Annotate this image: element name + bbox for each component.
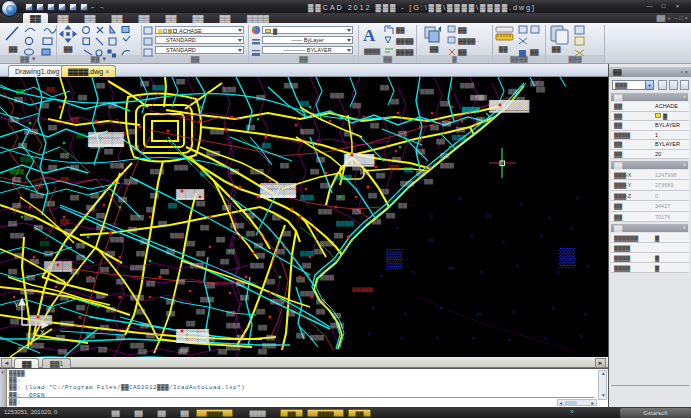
svg-text:▓▓: ▓▓ <box>286 310 295 317</box>
svg-text:▓▓▓: ▓▓▓ <box>30 342 44 349</box>
svg-text:▓▓: ▓▓ <box>390 164 399 171</box>
svg-text:▓▓▓: ▓▓▓ <box>20 288 34 295</box>
svg-text:▓▓: ▓▓ <box>256 308 265 315</box>
svg-text:▓▓▓: ▓▓▓ <box>174 164 188 171</box>
svg-text:▓▓▓: ▓▓▓ <box>130 214 144 221</box>
svg-text:X: X <box>40 329 45 336</box>
svg-text:▓▓▓: ▓▓▓ <box>30 192 44 199</box>
svg-text:▓▓: ▓▓ <box>70 268 79 275</box>
svg-text:▓▓: ▓▓ <box>398 202 407 209</box>
svg-text:▓▓: ▓▓ <box>176 278 185 285</box>
svg-text:▓▓: ▓▓ <box>166 310 175 317</box>
svg-text:▓▓: ▓▓ <box>186 320 195 327</box>
svg-text:▓▓: ▓▓ <box>10 116 19 123</box>
svg-text:▓▓: ▓▓ <box>186 240 195 247</box>
svg-text:▓▓▓: ▓▓▓ <box>20 156 34 163</box>
svg-text:▓▓: ▓▓ <box>310 168 319 175</box>
svg-text:▓▓: ▓▓ <box>150 192 159 199</box>
svg-text:▓▓: ▓▓ <box>12 176 21 183</box>
svg-text:▓▓: ▓▓ <box>508 88 517 95</box>
svg-text:▓▓: ▓▓ <box>196 308 205 315</box>
svg-text:▓▓: ▓▓ <box>108 102 117 109</box>
svg-text:▓▓▓: ▓▓▓ <box>10 168 24 175</box>
svg-text:▓▓: ▓▓ <box>146 332 155 339</box>
svg-text:▓▓: ▓▓ <box>442 120 451 127</box>
svg-text:▓▓▓: ▓▓▓ <box>250 262 264 269</box>
svg-text:▓▓: ▓▓ <box>334 232 343 239</box>
svg-text:▓▓: ▓▓ <box>10 318 19 325</box>
svg-text:▓▓▓: ▓▓▓ <box>124 178 138 185</box>
svg-text:▓▓▓: ▓▓▓ <box>300 194 314 201</box>
svg-text:▓▓: ▓▓ <box>140 238 149 245</box>
svg-text:▓▓: ▓▓ <box>48 164 57 171</box>
svg-text:▓▓: ▓▓ <box>16 88 25 95</box>
svg-text:▓▓: ▓▓ <box>256 94 265 101</box>
svg-text:▓▓▓: ▓▓▓ <box>226 322 240 329</box>
svg-text:▓▓: ▓▓ <box>130 144 139 151</box>
svg-text:▓▓: ▓▓ <box>496 106 505 113</box>
svg-text:▓▓: ▓▓ <box>366 158 375 165</box>
svg-text:▓▓: ▓▓ <box>266 334 275 341</box>
svg-text:▓▓: ▓▓ <box>386 212 395 219</box>
svg-text:▓▓: ▓▓ <box>398 130 407 137</box>
svg-text:▓▓: ▓▓ <box>166 298 175 305</box>
svg-text:▓▓: ▓▓ <box>168 202 177 209</box>
svg-text:▓▓▓: ▓▓▓ <box>320 274 334 281</box>
svg-text:▓▓: ▓▓ <box>136 308 145 315</box>
svg-text:▓▓: ▓▓ <box>100 266 109 273</box>
svg-text:▒: ▒ <box>559 247 575 268</box>
svg-text:▓▓: ▓▓ <box>416 170 425 177</box>
svg-text:▓▓: ▓▓ <box>46 306 55 313</box>
svg-text:Y: Y <box>14 301 19 308</box>
svg-text:▓▓▓: ▓▓▓ <box>110 236 124 243</box>
svg-text:▓▓: ▓▓ <box>56 334 65 341</box>
svg-text:▓▓: ▓▓ <box>176 78 185 85</box>
svg-text:▓▓: ▓▓ <box>206 336 215 343</box>
svg-text:▓▓: ▓▓ <box>146 280 155 287</box>
svg-text:▓▓: ▓▓ <box>200 170 209 177</box>
svg-text:▓▓: ▓▓ <box>352 102 361 109</box>
svg-text:▓▓▓: ▓▓▓ <box>420 88 434 95</box>
svg-text:▓▓: ▓▓ <box>116 334 125 341</box>
svg-text:▓▓: ▓▓ <box>390 98 399 105</box>
svg-text:▓▓: ▓▓ <box>76 132 85 139</box>
svg-text:▓▓: ▓▓ <box>64 228 73 235</box>
svg-text:▓▓: ▓▓ <box>316 156 325 163</box>
svg-text:▓▓: ▓▓ <box>352 208 361 215</box>
svg-text:▓▓: ▓▓ <box>424 178 433 185</box>
svg-text:▓▓: ▓▓ <box>226 310 235 317</box>
svg-text:▓▓▓: ▓▓▓ <box>222 86 236 93</box>
svg-text:▓▓▓: ▓▓▓ <box>24 128 38 135</box>
svg-text:▓▓: ▓▓ <box>436 138 445 145</box>
svg-text:▒: ▒ <box>386 248 402 269</box>
svg-text:▓▓: ▓▓ <box>302 262 311 269</box>
svg-text:▓▓▓: ▓▓▓ <box>210 128 224 135</box>
svg-text:▓▓: ▓▓ <box>18 142 27 149</box>
svg-text:▓▓: ▓▓ <box>360 168 369 175</box>
svg-text:▓▓▓: ▓▓▓ <box>130 294 144 301</box>
svg-text:▓▓: ▓▓ <box>140 80 149 87</box>
svg-text:▓▓: ▓▓ <box>258 348 267 355</box>
svg-text:▓▓: ▓▓ <box>46 86 55 93</box>
svg-text:▓▓: ▓▓ <box>104 148 113 155</box>
svg-text:▓▓▓▓: ▓▓▓▓ <box>334 174 352 181</box>
svg-text:▓▓: ▓▓ <box>128 128 137 135</box>
svg-text:▓▓▓: ▓▓▓ <box>130 264 144 271</box>
svg-text:▓▓: ▓▓ <box>158 220 167 227</box>
svg-text:▓▓: ▓▓ <box>392 156 401 163</box>
svg-text:▓▓▓: ▓▓▓ <box>440 162 454 169</box>
svg-text:▓▓: ▓▓ <box>196 200 205 207</box>
svg-text:▓▓▓: ▓▓▓ <box>110 162 124 169</box>
svg-text:▓▓: ▓▓ <box>98 346 107 353</box>
svg-text:▓▓: ▓▓ <box>138 348 147 355</box>
svg-text:▓▓: ▓▓ <box>200 224 209 231</box>
svg-text:▓▓▓: ▓▓▓ <box>170 232 184 239</box>
svg-text:▓▓: ▓▓ <box>76 254 85 261</box>
svg-text:▓▓: ▓▓ <box>246 124 255 131</box>
svg-text:▓▓: ▓▓ <box>332 312 341 319</box>
svg-text:▓▓▓: ▓▓▓ <box>230 222 244 229</box>
svg-text:▓▓: ▓▓ <box>44 250 53 257</box>
svg-text:▓▓: ▓▓ <box>60 176 69 183</box>
svg-text:▓▓▓: ▓▓▓ <box>190 262 204 269</box>
svg-text:▓▓: ▓▓ <box>430 124 439 131</box>
